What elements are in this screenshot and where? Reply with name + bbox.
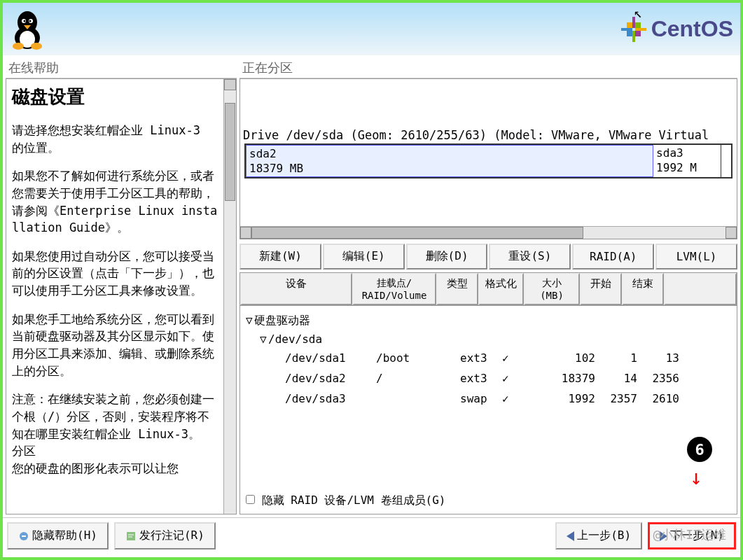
col-end[interactable]: 结束 [622, 273, 664, 305]
delete-button[interactable]: 删除(D) [406, 244, 488, 270]
table-row[interactable]: /dev/sda2/ext318379142356 [246, 368, 731, 388]
col-format[interactable]: 格式化 [478, 273, 524, 305]
drive-info-line: Drive /dev/sda (Geom: 2610/255/63) (Mode… [240, 79, 737, 142]
arrow-down-icon: ↓ [690, 465, 702, 489]
hide-raid-input[interactable] [246, 495, 255, 504]
tree-disk-row[interactable]: ▽ /dev/sda [246, 330, 731, 348]
help-para: 如果您不了解如何进行系统分区，或者您需要关于使用手工分区工具的帮助，请参阅《En… [12, 167, 218, 237]
reset-button[interactable]: 重设(S) [489, 244, 571, 270]
col-device[interactable]: 设备 [240, 273, 352, 305]
svg-rect-18 [22, 536, 26, 537]
hide-help-button[interactable]: 隐藏帮助(H) [7, 522, 109, 550]
partition-table: 设备 挂载点/ RAID/Volume 类型 格式化 大小 (MB) 开始 结束… [239, 272, 737, 514]
chevron-down-icon[interactable]: ▽ [246, 314, 254, 328]
title-bar: CentOS [3, 3, 740, 55]
svg-rect-11 [632, 31, 635, 42]
disk-visualization: Drive /dev/sda (Geom: 2610/255/63) (Mode… [239, 78, 737, 239]
svg-point-7 [13, 43, 24, 50]
col-type[interactable]: 类型 [436, 273, 478, 305]
hide-raid-checkbox[interactable]: 隐藏 RAID 设备/LVM 卷组成员(G) [246, 493, 446, 508]
help-scrollbar[interactable] [223, 79, 236, 514]
hide-icon [18, 531, 29, 542]
partition-title: 正在分区 [239, 58, 737, 78]
col-start[interactable]: 开始 [580, 273, 622, 305]
back-button[interactable]: 上一步(B) [555, 522, 642, 550]
table-header: 设备 挂载点/ RAID/Volume 类型 格式化 大小 (MB) 开始 结束 [240, 273, 737, 306]
brand-text: CentOS [651, 16, 733, 42]
svg-rect-13 [627, 22, 632, 28]
check-icon [502, 372, 509, 385]
triangle-left-icon [567, 531, 574, 541]
help-para: 如果您使用过自动分区，您可以接受当前的分区设置（点击「下一步」），也可以使用手工… [12, 248, 218, 300]
svg-rect-12 [621, 28, 632, 31]
col-mount[interactable]: 挂载点/ RAID/Volume [352, 273, 436, 305]
release-notes-button[interactable]: 发行注记(R) [114, 522, 216, 550]
edit-button[interactable]: 编辑(E) [323, 244, 405, 270]
help-para: 请选择您想安装红帽企业 Linux-3 的位置。 [12, 122, 218, 156]
svg-rect-19 [127, 532, 135, 540]
svg-point-8 [31, 43, 42, 50]
col-size[interactable]: 大小 (MB) [524, 273, 580, 305]
cursor-icon: ↖ [634, 4, 642, 21]
disk-segment-sda2[interactable]: sda2 18379 MB [246, 145, 653, 177]
svg-rect-16 [635, 31, 641, 36]
partition-pane: 正在分区 Drive /dev/sda (Geom: 2610/255/63) … [239, 58, 737, 514]
disk-bar[interactable]: sda2 18379 MB sda3 1992 M [244, 144, 732, 178]
tux-logo-icon [10, 8, 45, 50]
disk-segment-sda3[interactable]: sda3 1992 M [653, 145, 721, 177]
help-title: 在线帮助 [6, 58, 237, 78]
svg-rect-15 [627, 31, 632, 36]
check-icon [502, 351, 509, 365]
new-button[interactable]: 新建(W) [239, 244, 321, 270]
partition-toolbar: 新建(W) 编辑(E) 删除(D) 重设(S) RAID(A) LVM(L) [239, 244, 737, 270]
svg-point-5 [24, 20, 26, 22]
svg-rect-14 [635, 22, 641, 28]
raid-button[interactable]: RAID(A) [572, 244, 654, 270]
step-badge: 6 [687, 437, 712, 462]
chevron-down-icon[interactable]: ▽ [260, 332, 268, 346]
footer-bar: 隐藏帮助(H) 发行注记(R) 上一步(B) 下一步(N) [3, 517, 740, 554]
tree-root-row[interactable]: ▽ 硬盘驱动器 [246, 312, 731, 330]
help-para: 如果您手工地给系统分区，您可以看到当前硬盘驱动器及其分区显示如下。使用分区工具来… [12, 311, 218, 380]
table-row[interactable]: /dev/sda3swap199223572610 [246, 388, 731, 409]
help-pane: 在线帮助 磁盘设置 请选择您想安装红帽企业 Linux-3 的位置。 如果您不了… [6, 58, 237, 514]
disk-hscrollbar[interactable] [240, 226, 737, 239]
watermark-text: @小林IT运维 [653, 526, 726, 543]
svg-point-6 [29, 20, 32, 22]
table-row[interactable]: /dev/sda1/bootext3102113 [246, 348, 731, 368]
help-heading: 磁盘设置 [12, 85, 218, 109]
lvm-button[interactable]: LVM(L) [655, 244, 737, 270]
check-icon [502, 392, 509, 405]
svg-rect-10 [635, 28, 646, 31]
help-para: 注意：在继续安装之前，您必须创建一个根（/）分区，否则，安装程序将不知在哪里安装… [12, 391, 218, 477]
notes-icon [125, 531, 137, 542]
